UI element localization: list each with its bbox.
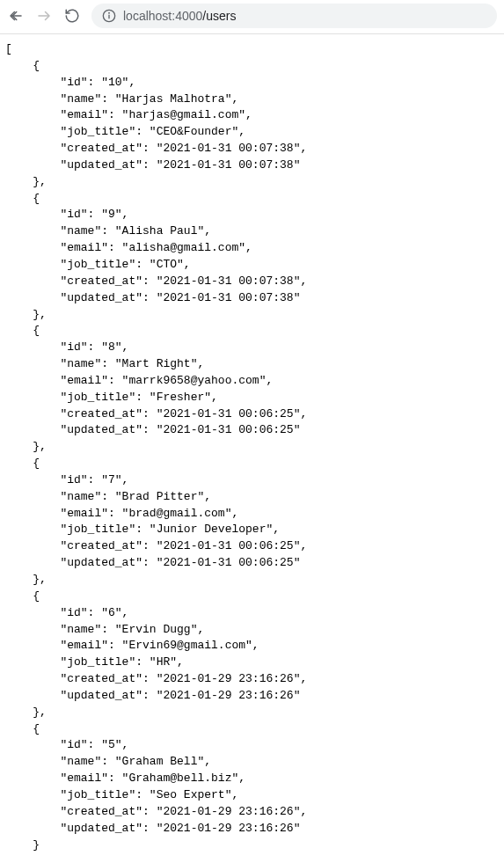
forward-button[interactable]	[35, 7, 53, 25]
url-path: /users	[202, 9, 236, 23]
url-host: localhost:4000	[123, 9, 202, 23]
back-button[interactable]	[7, 7, 25, 25]
reload-button[interactable]	[63, 7, 81, 25]
url-display: localhost:4000/users	[123, 9, 236, 23]
svg-point-4	[109, 12, 110, 13]
site-info-icon[interactable]	[102, 9, 116, 23]
address-bar[interactable]: localhost:4000/users	[91, 4, 497, 28]
json-response-body: [ { "id": "10", "name": "Harjas Malhotra…	[0, 34, 504, 860]
browser-toolbar: localhost:4000/users	[0, 0, 504, 32]
